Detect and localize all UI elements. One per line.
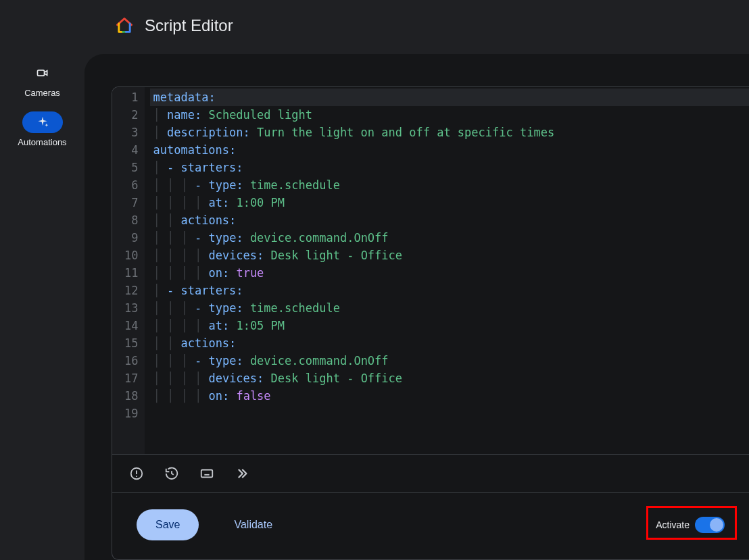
line-number: 19 — [124, 405, 138, 422]
activate-toggle[interactable] — [695, 517, 725, 533]
code-line[interactable]: │ │ │ │ devices: Desk light - Office — [150, 247, 749, 264]
svg-point-3 — [136, 476, 137, 477]
code-line[interactable]: │ - starters: — [150, 159, 749, 176]
code-line[interactable]: │ │ │ │ at: 1:05 PM — [150, 317, 749, 334]
code-line[interactable]: │ │ │ │ devices: Desk light - Office — [150, 370, 749, 387]
code-line[interactable]: │ name: Scheduled light — [150, 106, 749, 124]
keyboard-icon[interactable] — [199, 465, 215, 482]
history-icon[interactable] — [164, 465, 180, 482]
line-number: 1 — [124, 88, 138, 106]
code-line[interactable]: metadata: — [150, 88, 749, 106]
sidebar-item-label: Automations — [18, 137, 66, 147]
line-number: 17 — [124, 370, 138, 387]
activate-label: Activate — [656, 519, 690, 530]
line-number: 14 — [124, 317, 138, 334]
error-icon[interactable] — [128, 465, 145, 482]
google-home-logo-icon — [115, 16, 134, 35]
line-number: 8 — [124, 211, 138, 229]
code-editor[interactable]: 12345678910111213141516171819 metadata:│… — [112, 87, 749, 454]
svg-rect-0 — [37, 70, 44, 76]
code-line[interactable]: automations: — [150, 141, 749, 159]
page-title: Script Editor — [145, 16, 233, 35]
line-number: 7 — [124, 194, 138, 211]
sidebar-item-cameras[interactable]: Cameras — [0, 58, 84, 102]
code-line[interactable]: │ │ │ - type: device.command.OnOff — [150, 229, 749, 247]
line-number: 13 — [124, 299, 138, 317]
line-number: 12 — [124, 282, 138, 299]
code-line[interactable]: │ │ actions: — [150, 211, 749, 229]
save-button[interactable]: Save — [137, 509, 199, 540]
line-number: 16 — [124, 352, 138, 370]
line-number: 10 — [124, 247, 138, 264]
camera-icon — [36, 66, 49, 80]
line-gutter: 12345678910111213141516171819 — [112, 87, 145, 454]
editor-toolbar — [112, 454, 749, 492]
code-line[interactable]: │ │ │ - type: time.schedule — [150, 176, 749, 194]
code-line[interactable]: │ │ actions: — [150, 334, 749, 352]
line-number: 11 — [124, 264, 138, 282]
line-number: 9 — [124, 229, 138, 247]
line-number: 18 — [124, 387, 138, 405]
editor-footer: Save Validate Activate — [112, 492, 749, 559]
code-line[interactable]: │ │ │ │ on: true — [150, 264, 749, 282]
line-number: 4 — [124, 141, 138, 159]
sidebar-item-automations[interactable]: Automations — [0, 107, 84, 151]
line-number: 2 — [124, 106, 138, 124]
svg-rect-4 — [201, 470, 213, 478]
validate-button[interactable]: Validate — [215, 509, 291, 540]
code-line[interactable]: │ │ │ - type: time.schedule — [150, 299, 749, 317]
more-icon[interactable] — [234, 465, 250, 482]
line-number: 5 — [124, 159, 138, 176]
code-line[interactable]: │ │ │ - type: device.command.OnOff — [150, 352, 749, 370]
line-number: 3 — [124, 124, 138, 141]
editor-panel: 12345678910111213141516171819 metadata:│… — [84, 54, 749, 560]
line-number: 15 — [124, 334, 138, 352]
sparkle-icon — [36, 116, 49, 129]
line-number: 6 — [124, 176, 138, 194]
code-line[interactable]: │ description: Turn the light on and off… — [150, 124, 749, 141]
code-line[interactable]: │ │ │ │ on: false — [150, 387, 749, 405]
sidebar: Cameras Automations — [0, 51, 84, 560]
sidebar-item-label: Cameras — [24, 88, 60, 98]
code-line[interactable]: │ │ │ │ at: 1:00 PM — [150, 194, 749, 211]
code-line[interactable]: │ - starters: — [150, 282, 749, 299]
